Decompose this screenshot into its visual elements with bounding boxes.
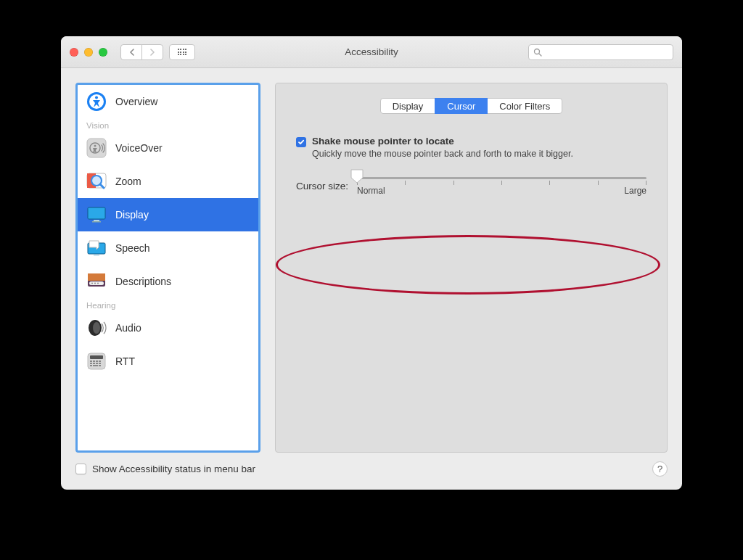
back-button[interactable] [120,44,142,60]
tab-cursor[interactable]: Cursor [435,98,488,114]
voiceover-icon [86,138,107,158]
sidebar-item-label: Descriptions [115,276,171,287]
svg-point-18 [91,283,93,284]
svg-rect-14 [94,255,99,256]
sidebar-item-voiceover[interactable]: VoiceOver [78,131,258,165]
shake-pointer-description: Quickly move the mouse pointer back and … [312,148,573,161]
sidebar-category-vision: Vision [78,118,258,131]
shake-pointer-row: Shake mouse pointer to locate Quickly mo… [296,136,646,161]
grid-icon [178,49,187,55]
cursor-size-label: Cursor size: [296,181,348,192]
zoom-icon [86,171,107,192]
slider-min-label: Normal [357,186,385,196]
svg-rect-24 [90,355,103,359]
sidebar-item-display[interactable]: Display [78,198,258,231]
show-status-checkbox[interactable] [75,464,86,474]
tab-display[interactable]: Display [380,98,436,114]
audio-icon [86,318,107,338]
show-all-button[interactable] [169,44,195,60]
svg-point-3 [95,96,98,99]
svg-rect-33 [90,365,92,366]
sidebar-item-descriptions[interactable]: Descriptions [78,265,258,298]
sidebar-item-audio[interactable]: Audio [78,311,258,345]
svg-point-0 [535,49,540,54]
display-icon [86,205,107,225]
search-icon [533,48,542,57]
nav-segmented [120,44,163,60]
tab-color-filters[interactable]: Color Filters [487,98,562,114]
descriptions-icon [86,271,107,292]
help-icon: ? [657,464,662,474]
slider-ticks [357,181,646,185]
sidebar-item-label: Speech [115,242,149,254]
overview-icon [86,91,107,112]
checkmark-icon [297,139,305,146]
svg-point-19 [94,283,96,284]
window-controls [70,48,107,57]
sidebar-item-zoom[interactable]: Zoom [78,165,258,198]
annotation-highlight [276,235,660,295]
svg-rect-26 [93,361,95,362]
sidebar-item-speech[interactable]: Speech [78,231,258,265]
svg-rect-32 [99,363,101,364]
slider-thumb[interactable] [350,169,364,186]
svg-rect-31 [96,363,98,364]
cursor-size-slider[interactable] [357,177,646,179]
svg-rect-35 [99,365,101,366]
svg-point-22 [93,322,100,334]
slider-max-label: Large [624,186,646,196]
shake-pointer-label: Shake mouse pointer to locate [312,136,573,147]
svg-rect-28 [99,361,101,362]
forward-button[interactable] [141,44,163,60]
shake-pointer-checkbox[interactable] [296,137,306,147]
speech-icon [86,238,107,258]
help-button[interactable]: ? [652,461,668,477]
svg-rect-25 [90,361,92,362]
svg-rect-12 [92,221,101,223]
svg-rect-16 [88,273,105,281]
svg-rect-10 [88,207,105,219]
svg-rect-27 [96,361,98,362]
svg-rect-11 [94,220,99,221]
svg-rect-30 [93,363,95,364]
svg-point-20 [97,283,99,284]
sidebar-item-label: VoiceOver [115,142,163,154]
rtt-icon [86,351,107,371]
cursor-size-section: Cursor size: Normal Large [296,177,646,196]
sidebar-item-rtt[interactable]: RTT [78,345,258,378]
close-window-button[interactable] [70,48,78,57]
sidebar-item-label: RTT [115,355,135,367]
sidebar-item-label: Zoom [115,176,141,187]
sidebar-item-label: Overview [115,96,157,107]
search-field[interactable] [528,44,673,60]
sidebar-category-hearing: Hearing [78,298,258,311]
tab-bar: Display Cursor Color Filters [296,98,646,114]
prefs-window: Accessibility Overview Vision VoiceOver [61,36,682,490]
svg-rect-29 [90,363,92,364]
svg-rect-34 [93,365,98,366]
sidebar: Overview Vision VoiceOver Zoom Display [75,83,260,453]
footer: Show Accessibility status in menu bar ? [61,453,682,490]
sidebar-item-label: Audio [115,322,141,334]
sidebar-item-overview[interactable]: Overview [78,85,258,118]
content-panel: Display Cursor Color Filters Shake mouse… [275,83,668,453]
titlebar: Accessibility [61,36,682,68]
chevron-right-icon [150,49,155,56]
sidebar-item-label: Display [115,209,149,221]
show-status-label: Show Accessibility status in menu bar [92,464,255,474]
svg-point-6 [94,145,97,147]
zoom-window-button[interactable] [99,48,107,57]
chevron-left-icon [129,49,134,56]
minimize-window-button[interactable] [84,48,93,57]
